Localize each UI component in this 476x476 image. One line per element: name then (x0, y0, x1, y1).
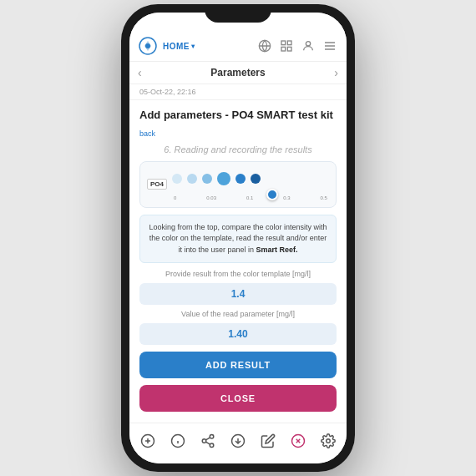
description-text: Looking from the top, compare the color … (149, 223, 327, 254)
description-brand: Smart Reef. (256, 246, 298, 254)
chart-vertical-label: PO4 (147, 179, 167, 190)
color-dot-4-selected (217, 172, 230, 185)
svg-rect-4 (287, 41, 291, 45)
page-header: ‹ Parameters › (129, 62, 347, 84)
x-circle-icon[interactable] (287, 430, 309, 452)
logo-icon (138, 36, 158, 56)
color-chart: PO4 0 0.03 (139, 161, 337, 208)
svg-point-7 (306, 42, 310, 46)
back-link[interactable]: back (139, 129, 337, 138)
color-dots-row (172, 169, 329, 189)
share-icon[interactable] (197, 430, 219, 452)
svg-point-17 (210, 435, 214, 439)
menu-icon[interactable] (322, 38, 338, 54)
add-params-title: Add parameters - PO4 SMART test kit (139, 109, 337, 123)
color-dot-3 (202, 174, 212, 184)
grid-icon[interactable] (278, 38, 295, 54)
info-icon[interactable] (167, 430, 189, 452)
field-group: Provide result from the color template [… (139, 270, 337, 345)
back-arrow-icon[interactable]: ‹ (138, 66, 142, 79)
color-dot-6 (251, 174, 261, 184)
scale-indicator (266, 189, 278, 200)
chart-content: 0 0.03 0.1 0.3 0.5 (172, 169, 329, 200)
phone-notch (205, 4, 271, 23)
nav-icons-group (256, 38, 338, 54)
svg-point-1 (145, 43, 150, 48)
po4-label: PO4 (147, 179, 167, 190)
description-box: Looking from the top, compare the color … (139, 215, 337, 264)
home-label: HOME (163, 42, 190, 51)
forward-arrow-icon[interactable]: › (334, 66, 338, 79)
svg-point-27 (327, 439, 331, 443)
edit-icon[interactable] (257, 430, 279, 452)
nav-home-button[interactable]: HOME ▾ (163, 42, 195, 51)
bottom-nav (129, 423, 347, 463)
close-button[interactable]: CLOSE (139, 385, 337, 412)
main-content: Add parameters - PO4 SMART test kit back… (129, 100, 347, 423)
svg-point-18 (202, 439, 206, 443)
svg-line-20 (205, 442, 210, 444)
page-title: Parameters (210, 67, 265, 78)
color-dot-5 (235, 174, 246, 184)
color-dot-1 (172, 174, 182, 184)
step-label: 6. Reading and recording the results (139, 144, 337, 154)
field2-value[interactable]: 1.40 (139, 323, 337, 345)
field1-value[interactable]: 1.4 (139, 283, 337, 305)
date-label: 05-Oct-22, 22:16 (139, 88, 196, 96)
svg-point-19 (210, 443, 214, 448)
svg-line-21 (205, 438, 210, 440)
download-icon[interactable] (227, 430, 249, 452)
svg-rect-3 (281, 41, 286, 45)
person-icon[interactable] (300, 38, 316, 54)
field1-label: Provide result from the color template [… (139, 270, 337, 278)
field2-label: Value of the read parameter [mg/l] (139, 310, 337, 318)
add-result-button[interactable]: ADD RESULT (139, 352, 337, 378)
plus-icon[interactable] (137, 430, 159, 452)
phone-screen: HOME ▾ ‹ Parameters › (129, 13, 347, 463)
phone-frame: HOME ▾ ‹ Parameters › (121, 4, 355, 472)
svg-rect-6 (287, 47, 291, 51)
color-dot-2 (187, 174, 197, 184)
date-bar: 05-Oct-22, 22:16 (129, 84, 347, 100)
svg-rect-5 (281, 47, 286, 51)
settings-icon[interactable] (317, 430, 339, 452)
scale-labels: 0 0.03 0.1 0.3 0.5 (172, 195, 329, 200)
globe-icon[interactable] (256, 38, 273, 54)
chevron-down-icon: ▾ (191, 43, 195, 50)
